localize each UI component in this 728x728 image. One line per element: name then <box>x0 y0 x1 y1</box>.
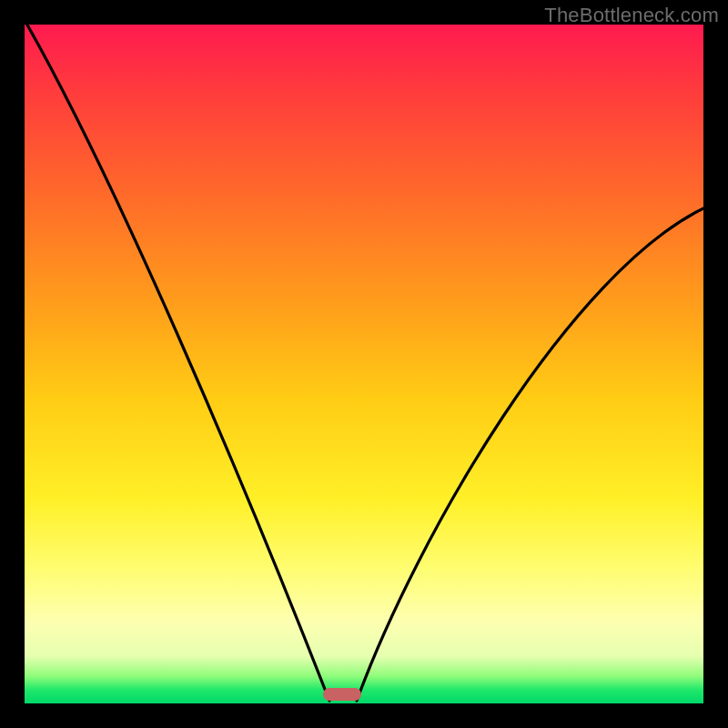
left-curve-path <box>25 25 329 701</box>
optimal-marker <box>323 688 361 701</box>
watermark-text: TheBottleneck.com <box>544 4 719 27</box>
right-curve-path <box>357 207 703 701</box>
bottleneck-curves <box>25 25 703 703</box>
chart-plot-area <box>25 25 703 703</box>
